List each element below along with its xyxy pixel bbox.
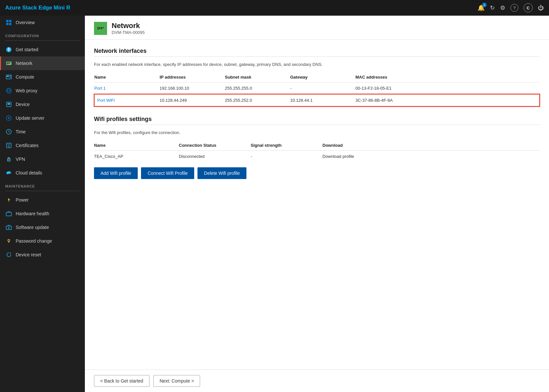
svg-rect-1 xyxy=(9,20,11,22)
port-wifi-gateway-cell: 10.128.44.1 xyxy=(290,94,355,106)
sidebar-item-compute-label: Compute xyxy=(16,74,34,80)
page-title: Network xyxy=(112,22,145,30)
svg-rect-9 xyxy=(10,62,10,63)
port-wifi-subnet-cell: 255.255.252.0 xyxy=(225,94,290,106)
svg-rect-30 xyxy=(8,211,10,212)
network-interfaces-divider xyxy=(94,56,540,57)
cloud-details-icon xyxy=(5,169,12,176)
table-header-row: Name IP addresses Subnet mask Gateway MA… xyxy=(94,72,540,83)
svg-marker-28 xyxy=(8,198,10,202)
back-to-get-started-button[interactable]: < Back to Get started xyxy=(94,375,149,387)
sidebar-item-network-label: Network xyxy=(16,61,32,66)
sidebar-item-password-change[interactable]: Password change xyxy=(0,234,85,248)
connect-wifi-profile-button[interactable]: Connect Wifi Profile xyxy=(141,167,194,179)
table-row: Port WiFi 10.128.44.249 255.255.252.0 10… xyxy=(94,94,540,106)
content-area: Network DVM-TMA-00095 Network interfaces… xyxy=(85,16,549,392)
svg-rect-40 xyxy=(98,27,99,30)
svg-point-27 xyxy=(8,159,9,160)
port-wifi-mac-cell: 3C-37-86-8B-4F-9A xyxy=(355,94,540,106)
main-layout: Overview CONFIGURATION Get started Netwo… xyxy=(0,16,549,392)
sidebar-item-cloud-details[interactable]: Cloud details xyxy=(0,166,85,180)
port1-name-cell[interactable]: Port 1 xyxy=(94,83,160,95)
sidebar-item-power-label: Power xyxy=(16,197,29,203)
col-ip: IP addresses xyxy=(160,72,225,83)
vpn-icon xyxy=(5,156,12,163)
svg-rect-12 xyxy=(9,76,11,76)
port1-subnet-cell: 255.255.255.0 xyxy=(225,83,290,95)
sidebar-item-hardware-health[interactable]: Hardware health xyxy=(0,207,85,220)
add-wifi-profile-button[interactable]: Add Wifi profile xyxy=(94,167,138,179)
get-started-icon xyxy=(5,46,12,53)
network-interfaces-table-head: Name IP addresses Subnet mask Gateway MA… xyxy=(94,72,540,83)
col-gateway: Gateway xyxy=(290,72,355,83)
sidebar-item-overview-label: Overview xyxy=(16,20,35,25)
page-header-icon xyxy=(94,22,107,35)
compute-icon xyxy=(5,73,12,81)
sidebar-item-network[interactable]: Network xyxy=(0,56,85,70)
wifi-profiles-section: Wifi profiles settings For the Wifi prof… xyxy=(94,116,540,179)
power-sidebar-icon xyxy=(5,196,12,204)
wifi-button-row: Add Wifi profile Connect Wifi Profile De… xyxy=(94,167,540,179)
refresh-icon[interactable]: ↻ xyxy=(490,4,495,11)
device-icon xyxy=(5,101,12,108)
port1-ip-cell: 192.168.100.10 xyxy=(160,83,225,95)
notification-icon[interactable]: 🔔 1 xyxy=(478,4,485,11)
wifi-col-signal: Signal strength xyxy=(251,140,322,151)
svg-rect-13 xyxy=(9,77,11,78)
topbar: Azure Stack Edge Mini R 🔔 1 ↻ ⚙ ? C ⏻ xyxy=(0,0,549,16)
svg-rect-41 xyxy=(99,27,100,29)
sidebar-item-update-server[interactable]: Update server xyxy=(0,111,85,125)
wifi-table-body: TEA_Cisco_AP Disconnected - Download pro… xyxy=(94,151,540,162)
svg-point-24 xyxy=(8,144,10,146)
wifi-col-name: Name xyxy=(94,140,179,151)
sidebar-item-device[interactable]: Device xyxy=(0,98,85,111)
power-icon[interactable]: ⏻ xyxy=(538,5,544,11)
svg-rect-0 xyxy=(6,20,8,22)
delete-wifi-profile-button[interactable]: Delete Wifi profile xyxy=(197,167,246,179)
sidebar-item-certificates[interactable]: Certificates xyxy=(0,139,85,152)
wifi-signal-cell: - xyxy=(251,151,322,162)
sidebar-item-get-started[interactable]: Get started xyxy=(0,43,85,56)
hardware-health-icon xyxy=(5,210,12,217)
overview-icon xyxy=(5,19,12,26)
time-icon xyxy=(5,128,12,135)
password-change-icon xyxy=(5,237,12,245)
page-header-text: Network DVM-TMA-00095 xyxy=(112,22,145,35)
port1-mac-cell: 00-13-F2-18-05-E1 xyxy=(355,83,540,95)
port1-gateway-cell: - xyxy=(290,83,355,95)
settings-icon[interactable]: ⚙ xyxy=(500,4,505,11)
sidebar-item-power[interactable]: Power xyxy=(0,193,85,207)
sidebar-item-device-label: Device xyxy=(16,102,30,107)
wifi-status-cell: Disconnected xyxy=(179,151,251,162)
wifi-download-cell[interactable]: Download profile xyxy=(322,151,540,162)
sidebar-item-compute[interactable]: Compute xyxy=(0,70,85,84)
port-wifi-name-cell[interactable]: Port WiFi xyxy=(94,94,160,106)
maintenance-divider xyxy=(5,191,80,191)
sidebar-item-web-proxy[interactable]: Web proxy xyxy=(0,84,85,98)
sidebar-item-password-change-label: Password change xyxy=(16,238,52,244)
port-wifi-ip-cell: 10.128.44.249 xyxy=(160,94,225,106)
sidebar-item-vpn[interactable]: VPN xyxy=(0,152,85,166)
sidebar-item-device-reset[interactable]: Device reset xyxy=(0,248,85,262)
sidebar-item-update-server-label: Update server xyxy=(16,115,44,121)
svg-rect-43 xyxy=(102,27,103,28)
sidebar-item-overview[interactable]: Overview xyxy=(0,16,85,29)
page-subtitle: DVM-TMA-00095 xyxy=(112,30,145,35)
table-row: TEA_Cisco_AP Disconnected - Download pro… xyxy=(94,151,540,162)
network-interfaces-table: Name IP addresses Subnet mask Gateway MA… xyxy=(94,72,540,107)
topbar-icons: 🔔 1 ↻ ⚙ ? C ⏻ xyxy=(478,3,544,12)
sidebar-item-software-update[interactable]: Software update xyxy=(0,220,85,234)
wifi-profiles-table: Name Connection Status Signal strength D… xyxy=(94,140,540,162)
svg-rect-32 xyxy=(8,225,10,226)
sidebar-item-vpn-label: VPN xyxy=(16,157,25,162)
sidebar-item-time[interactable]: Time xyxy=(0,125,85,139)
account-icon[interactable]: C xyxy=(524,3,533,12)
svg-rect-29 xyxy=(6,212,11,216)
col-name: Name xyxy=(94,72,160,83)
config-divider xyxy=(5,40,80,41)
network-interfaces-section: Network interfaces For each enabled netw… xyxy=(94,48,540,107)
next-compute-button[interactable]: Next: Compute > xyxy=(153,375,200,387)
help-icon[interactable]: ? xyxy=(510,4,518,12)
sidebar-item-get-started-label: Get started xyxy=(16,47,38,52)
certificates-icon xyxy=(5,142,12,149)
